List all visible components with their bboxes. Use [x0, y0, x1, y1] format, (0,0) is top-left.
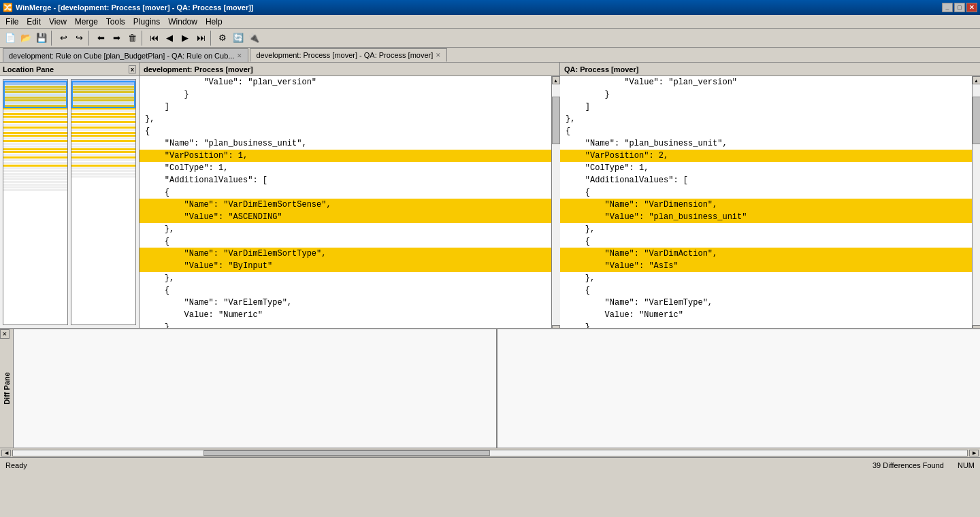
- left-line-4: },: [140, 113, 551, 125]
- tab-rule[interactable]: development: Rule on Cube [plan_BudgetPl…: [3, 48, 248, 62]
- maximize-button[interactable]: □: [954, 3, 965, 12]
- right-line-2: }: [560, 88, 972, 101]
- left-line-2: }: [140, 88, 551, 101]
- bottom-scroll-right[interactable]: ▶: [969, 450, 979, 456]
- tab-process-label: development: Process [mover] - QA: Proce…: [256, 51, 433, 59]
- right-line-16: "Value": "AsIs": [560, 260, 972, 272]
- minimize-button[interactable]: _: [942, 3, 953, 12]
- bottom-right-panel: [497, 329, 980, 448]
- mini-map-left: [3, 79, 68, 325]
- right-line-9: "AdditionalValues": [: [560, 174, 972, 186]
- status-ready: Ready: [5, 461, 27, 469]
- right-line-12: "Value": "plan_business_unit": [560, 211, 972, 223]
- mini-map-right: [71, 79, 136, 325]
- toolbar-redo[interactable]: ↪: [71, 31, 86, 46]
- toolbar-first-diff[interactable]: ⏮: [146, 31, 161, 46]
- right-line-20: Value: "Numeric": [560, 309, 972, 321]
- tab-process-close[interactable]: ✕: [436, 52, 441, 59]
- right-diff-panel: QA: Process [mover] "Value": "plan_versi…: [560, 63, 980, 355]
- left-vscroll[interactable]: ▲ ▼: [551, 76, 559, 333]
- right-vscroll[interactable]: ▲ ▼: [972, 76, 980, 333]
- toolbar-copy-left[interactable]: ⬅: [93, 31, 108, 46]
- toolbar: 📄 📂 💾 ↩ ↪ ⬅ ➡ 🗑 ⏮ ◀ ▶ ⏭ ⚙ 🔄 🔌: [0, 29, 980, 48]
- toolbar-prev-diff[interactable]: ◀: [162, 31, 177, 46]
- left-line-6: "Name": "plan_business_unit",: [140, 137, 551, 150]
- right-line-15: "Name": "VarDimAction",: [560, 248, 972, 260]
- left-line-12: "Value": "ASCENDING": [140, 211, 551, 223]
- location-pane-close-button[interactable]: x: [129, 65, 136, 73]
- bottom-scroll-left[interactable]: ◀: [1, 450, 11, 456]
- close-button[interactable]: ✕: [966, 3, 977, 12]
- menu-file[interactable]: File: [1, 16, 22, 27]
- bottom-scrollbar-thumb: [203, 450, 490, 456]
- toolbar-save[interactable]: 💾: [34, 31, 49, 46]
- left-panel-title: development: Process [mover]: [144, 65, 253, 73]
- menu-merge[interactable]: Merge: [71, 16, 102, 27]
- toolbar-plugin[interactable]: 🔌: [246, 31, 261, 46]
- left-line-18: {: [140, 284, 551, 297]
- toolbar-sep-3: [142, 31, 144, 46]
- left-vscroll-thumb: [552, 97, 560, 145]
- left-line-5: {: [140, 125, 551, 137]
- menu-window[interactable]: Window: [164, 16, 201, 27]
- right-line-17: },: [560, 272, 972, 284]
- status-bar: Ready 39 Differences Found NUM: [0, 457, 980, 472]
- left-vscroll-up[interactable]: ▲: [552, 76, 560, 84]
- toolbar-copy-right[interactable]: ➡: [109, 31, 124, 46]
- left-diff-panel: development: Process [mover] "Value": "p…: [140, 63, 560, 355]
- menu-bar: File Edit View Merge Tools Plugins Windo…: [0, 15, 980, 29]
- tab-rule-close[interactable]: ✕: [237, 52, 242, 59]
- left-panel-header: development: Process [mover]: [140, 63, 559, 76]
- toolbar-sep-4: [210, 31, 213, 46]
- bottom-area: ✕ Diff Pane ◀ ▶: [0, 328, 980, 457]
- bottom-scrollbar-track[interactable]: [12, 450, 968, 456]
- app-icon: 🔀: [3, 3, 13, 12]
- left-line-3: ]: [140, 101, 551, 113]
- menu-tools[interactable]: Tools: [102, 16, 129, 27]
- menu-view[interactable]: View: [45, 16, 71, 27]
- toolbar-options[interactable]: ⚙: [215, 31, 230, 46]
- status-diffs-found: 39 Differences Found: [872, 461, 944, 469]
- left-line-15: "Name": "VarDimElemSortType",: [140, 248, 551, 260]
- right-vscroll-up[interactable]: ▲: [973, 76, 981, 84]
- left-vscroll-track[interactable]: [552, 84, 560, 325]
- right-line-4: },: [560, 113, 972, 125]
- location-pane-header: Location Pane x: [0, 63, 139, 76]
- left-line-14: {: [140, 235, 551, 248]
- right-line-5: {: [560, 125, 972, 137]
- tab-process[interactable]: development: Process [mover] - QA: Proce…: [250, 48, 447, 62]
- menu-edit[interactable]: Edit: [22, 16, 45, 27]
- right-line-10: {: [560, 186, 972, 199]
- right-line-11: "Name": "VarDimension",: [560, 199, 972, 211]
- toolbar-new[interactable]: 📄: [3, 31, 18, 46]
- right-vscroll-thumb: [973, 97, 981, 145]
- right-line-8: "ColType": 1,: [560, 162, 972, 174]
- left-panel-content[interactable]: "Value": "plan_version" } ] }, { "Name":…: [140, 76, 551, 333]
- toolbar-open[interactable]: 📂: [18, 31, 33, 46]
- menu-help[interactable]: Help: [201, 16, 227, 27]
- right-vscroll-track[interactable]: [973, 84, 981, 325]
- toolbar-delete[interactable]: 🗑: [125, 31, 140, 46]
- diff-area: development: Process [mover] "Value": "p…: [140, 63, 980, 328]
- left-line-8: "ColType": 1,: [140, 162, 551, 174]
- toolbar-undo[interactable]: ↩: [56, 31, 71, 46]
- bottom-close-button[interactable]: ✕: [0, 329, 10, 339]
- bottom-scrollbar[interactable]: ◀ ▶: [0, 448, 980, 457]
- right-panel-title: QA: Process [mover]: [564, 65, 638, 73]
- right-line-6: "Name": "plan_business_unit",: [560, 137, 972, 150]
- toolbar-sep-2: [88, 31, 91, 46]
- title-bar: 🔀 WinMerge - [development: Process [move…: [0, 0, 980, 15]
- toolbar-refresh[interactable]: 🔄: [231, 31, 246, 46]
- bottom-panels: Diff Pane: [0, 329, 980, 448]
- location-pane-content: [0, 76, 139, 328]
- right-line-18: {: [560, 284, 972, 297]
- toolbar-last-diff[interactable]: ⏭: [193, 31, 208, 46]
- diff-panels: development: Process [mover] "Value": "p…: [140, 63, 980, 355]
- right-panel-content[interactable]: "Value": "plan_version" } ] }, { "Name":…: [560, 76, 972, 333]
- diff-pane-label: Diff Pane: [3, 372, 11, 405]
- right-line-14: {: [560, 235, 972, 248]
- left-line-13: },: [140, 223, 551, 235]
- menu-plugins[interactable]: Plugins: [129, 16, 164, 27]
- left-line-7: "VarPosition": 1,: [140, 150, 551, 162]
- toolbar-next-diff[interactable]: ▶: [178, 31, 193, 46]
